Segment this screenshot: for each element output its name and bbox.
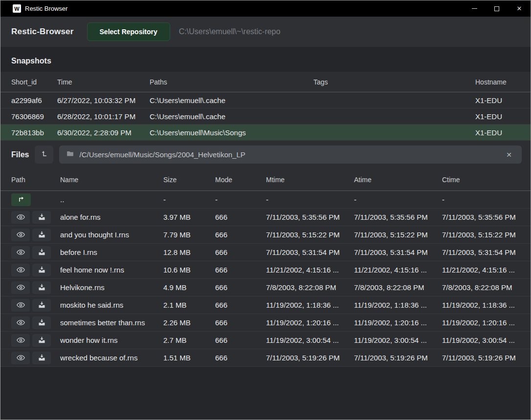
cell-mtime: 7/11/2003, 5:19:26 PM — [266, 354, 354, 362]
column-header-short_id: Short_id — [11, 78, 57, 86]
titlebar: W Restic Browser ✕ — [0, 0, 531, 17]
cell-name: and you thought I.rns — [60, 231, 163, 239]
files-bar: Files /C/Users/emuell/Music/Songs/2004_H… — [0, 141, 531, 168]
cell-mtime: - — [266, 195, 354, 204]
cell-paths: C:\Users\emuell\.cache — [150, 96, 313, 105]
download-icon — [38, 301, 46, 309]
download-file-button[interactable] — [32, 316, 51, 329]
cell-size: 12.8 MB — [163, 248, 215, 256]
files-table-body: ..-----alone for.rns3.97 MB6667/11/2003,… — [0, 191, 531, 367]
cell-mtime: 11/19/2002, 1:20:16 ... — [266, 318, 354, 327]
eye-icon — [16, 353, 25, 362]
cell-size: 1.51 MB — [163, 354, 215, 362]
view-file-button[interactable] — [11, 264, 30, 276]
cell-mode: 666 — [215, 318, 266, 327]
cell-size: 4.9 MB — [163, 283, 215, 292]
view-file-button[interactable] — [11, 352, 30, 364]
up-directory-icon — [17, 195, 26, 204]
view-file-button[interactable] — [11, 299, 30, 312]
cell-atime: 11/21/2002, 4:15:16 ... — [354, 266, 442, 274]
download-file-button[interactable] — [32, 229, 51, 241]
cell-mtime: 7/8/2003, 8:22:08 PM — [266, 283, 354, 292]
download-file-button[interactable] — [32, 264, 51, 276]
column-header-mode: Mode — [215, 176, 266, 184]
cell-mtime: 11/21/2002, 4:15:16 ... — [266, 266, 354, 274]
app-window: W Restic Browser ✕ Restic-Browser Select… — [0, 0, 531, 420]
view-file-button[interactable] — [11, 281, 30, 294]
eye-icon — [16, 300, 25, 310]
cell-mode: 666 — [215, 266, 266, 274]
snapshot-row[interactable]: a2299af66/27/2022, 10:03:32 PMC:\Users\e… — [0, 92, 531, 108]
file-row-parent: ..----- — [0, 191, 531, 209]
repository-path: C:\Users\emuell\~\restic-repo — [179, 27, 281, 36]
eye-icon — [16, 230, 25, 239]
download-file-button[interactable] — [32, 246, 51, 259]
window-controls: ✕ — [463, 0, 531, 17]
view-file-button[interactable] — [11, 229, 30, 241]
download-file-button[interactable] — [32, 299, 51, 312]
eye-icon — [16, 283, 25, 292]
cell-mode: 666 — [215, 301, 266, 309]
files-table-head: PathNameSizeModeMtimeAtimeCtime — [0, 168, 531, 191]
file-row: moskito he said.rns2.1 MB66611/19/2002, … — [0, 296, 531, 314]
minimize-icon — [472, 8, 477, 9]
view-file-button[interactable] — [11, 316, 30, 329]
download-icon — [38, 231, 46, 239]
cell-mode: 666 — [215, 336, 266, 344]
view-file-button[interactable] — [11, 334, 30, 347]
cell-size: 10.6 MB — [163, 266, 215, 274]
view-file-button[interactable] — [11, 211, 30, 224]
cell-atime: 7/11/2003, 5:35:56 PM — [354, 213, 442, 221]
cell-ctime: 7/11/2003, 5:19:26 PM — [442, 354, 520, 362]
path-actions — [11, 352, 60, 364]
cell-paths: C:\Users\emuell\Music\Songs — [150, 128, 313, 137]
maximize-icon — [494, 6, 499, 11]
files-heading: Files — [11, 150, 29, 159]
cell-mode: 666 — [215, 354, 266, 362]
cell-name: alone for.rns — [60, 213, 163, 221]
cell-ctime: 11/19/2002, 3:00:54 ... — [442, 336, 520, 344]
cell-name: .. — [60, 195, 163, 204]
minimize-button[interactable] — [463, 0, 486, 17]
eye-icon — [16, 318, 25, 327]
cell-ctime: - — [442, 195, 520, 204]
cell-mtime: 7/11/2003, 5:15:22 PM — [266, 231, 354, 239]
cell-size: 3.97 MB — [163, 213, 215, 221]
file-row: sometimes better than.rns2.26 MB66611/19… — [0, 314, 531, 332]
select-repository-button[interactable]: Select Repository — [87, 22, 170, 41]
download-file-button[interactable] — [32, 281, 51, 294]
cell-mode: 666 — [215, 283, 266, 292]
cell-size: 2.26 MB — [163, 318, 215, 327]
path-actions — [11, 299, 60, 312]
cell-name: wonder how it.rns — [60, 336, 163, 344]
file-row: and you thought I.rns7.79 MB6667/11/2003… — [0, 226, 531, 244]
snapshot-row[interactable]: 72b813bb6/30/2022, 2:28:09 PMC:\Users\em… — [0, 125, 531, 141]
up-directory-button[interactable] — [11, 193, 31, 206]
cell-ctime: 11/19/2002, 1:20:16 ... — [442, 318, 520, 327]
cell-time: 6/27/2022, 10:03:32 PM — [57, 96, 150, 105]
tree-view-toggle-button[interactable] — [35, 146, 53, 164]
cell-ctime: 7/11/2003, 5:15:22 PM — [442, 231, 520, 239]
maximize-button[interactable] — [486, 0, 508, 17]
cell-atime: 7/8/2003, 8:22:08 PM — [354, 283, 442, 292]
path-actions — [11, 334, 60, 347]
path-breadcrumb[interactable]: /C/Users/emuell/Music/Songs/2004_Helveti… — [59, 146, 522, 164]
cell-mode: 666 — [215, 231, 266, 239]
download-file-button[interactable] — [32, 352, 51, 364]
cell-size: 2.7 MB — [163, 336, 215, 344]
path-actions — [11, 246, 60, 259]
snapshot-row[interactable]: 763068696/28/2022, 10:01:17 PMC:\Users\e… — [0, 108, 531, 125]
cell-ctime: 7/11/2003, 5:31:54 PM — [442, 248, 520, 256]
close-button[interactable]: ✕ — [508, 0, 531, 17]
cell-name: Helvikone.rns — [60, 283, 163, 292]
clear-path-button[interactable]: ✕ — [503, 150, 515, 160]
cell-name: moskito he said.rns — [60, 301, 163, 309]
cell-hostname: X1-EDU — [475, 112, 520, 121]
download-icon — [38, 336, 46, 344]
column-header-mtime: Mtime — [266, 176, 354, 184]
column-header-atime: Atime — [354, 176, 442, 184]
download-file-button[interactable] — [32, 211, 51, 224]
view-file-button[interactable] — [11, 246, 30, 259]
download-file-button[interactable] — [32, 334, 51, 347]
eye-icon — [16, 248, 25, 257]
